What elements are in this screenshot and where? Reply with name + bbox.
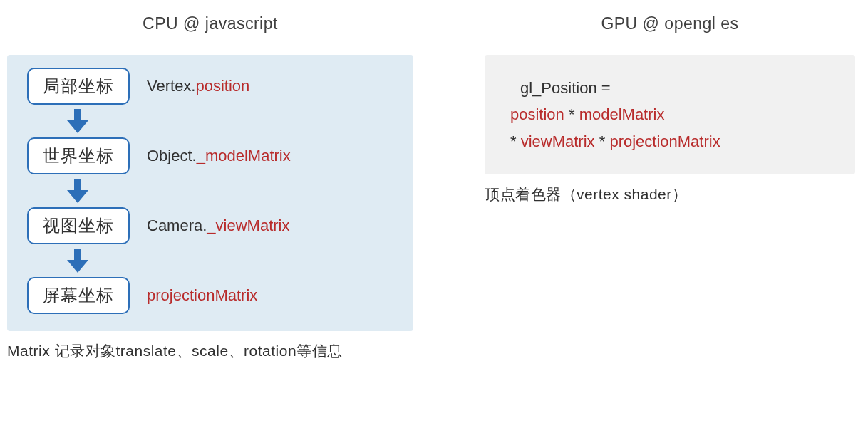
label-prefix: Vertex. [147,77,195,95]
label-red: projectionMatrix [147,286,257,304]
code-text: gl_Position = [520,79,611,97]
label-red: _modelMatrix [197,147,291,164]
flow-label: Vertex.position [147,77,249,95]
code-red: modelMatrix [579,105,665,123]
arrow-down-icon [27,109,134,133]
code-line-2: position * modelMatrix [510,101,830,127]
gpu-caption: 顶点着色器（vertex shader） [485,184,855,204]
code-text: * [595,132,610,150]
flow-label: projectionMatrix [147,286,257,305]
label-prefix: Object. [147,147,197,164]
code-line-3: * viewMatrix * projectionMatrix [510,128,830,155]
flow-label: Camera._viewMatrix [147,216,290,235]
gpu-column: GPU @ opengl es gl_Position = position *… [485,0,855,204]
gpu-code-panel: gl_Position = position * modelMatrix * v… [485,55,855,174]
cpu-flow-panel: 局部坐标 Vertex.position 世界坐标 Object._modelM… [7,55,413,331]
arrow-down-icon [27,179,134,203]
arrow-down-icon [27,249,134,273]
cpu-heading: CPU @ javascript [7,14,413,33]
gpu-heading: GPU @ opengl es [485,14,855,33]
cpu-caption: Matrix 记录对象translate、scale、rotation等信息 [7,341,413,361]
flow-box-local-coords: 局部坐标 [27,68,130,105]
label-red: position [195,77,249,95]
flow-label: Object._modelMatrix [147,147,291,165]
code-text: * [564,105,579,123]
label-prefix: Camera. [147,216,207,234]
flow-row: 世界坐标 Object._modelMatrix [27,137,393,174]
cpu-column: CPU @ javascript 局部坐标 Vertex.position 世界… [7,0,413,361]
code-red: position [510,105,564,123]
flow-box-screen-coords: 屏幕坐标 [27,277,130,314]
flow-row: 屏幕坐标 projectionMatrix [27,277,393,314]
code-red: projectionMatrix [609,132,720,150]
code-text: * [510,132,521,150]
code-line-1: gl_Position = [510,75,830,101]
flow-row: 视图坐标 Camera._viewMatrix [27,207,393,244]
flow-row: 局部坐标 Vertex.position [27,68,393,105]
flow-box-world-coords: 世界坐标 [27,137,130,174]
code-red: viewMatrix [521,132,595,150]
flow-box-view-coords: 视图坐标 [27,207,130,244]
label-red: _viewMatrix [207,216,289,234]
